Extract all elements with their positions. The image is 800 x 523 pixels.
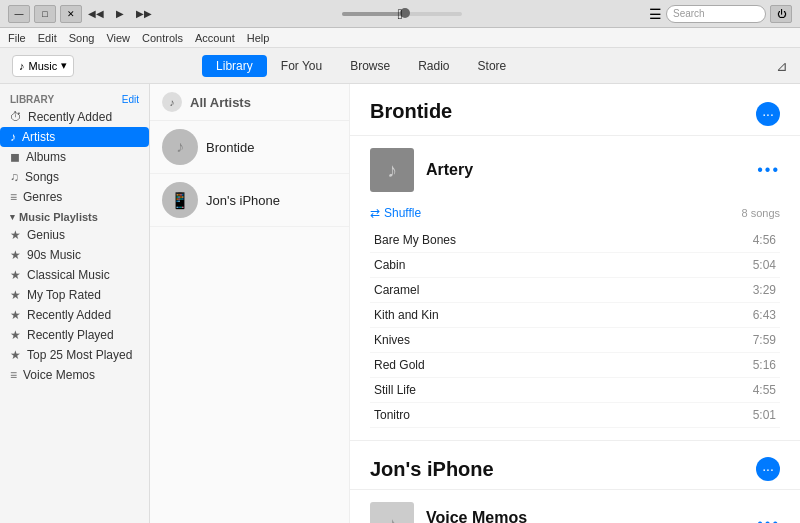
sidebar-item-top-rated[interactable]: ★ My Top Rated: [0, 285, 149, 305]
vm-name: Voice Memos: [426, 509, 745, 523]
tab-library[interactable]: Library: [202, 55, 267, 77]
library-section-header: Library Edit: [0, 90, 149, 107]
playlist-arrow-icon: ▾: [10, 212, 15, 222]
90s-music-label: 90s Music: [27, 248, 81, 262]
song-name-1: Cabin: [374, 258, 405, 272]
menu-help[interactable]: Help: [247, 32, 270, 44]
sidebar-item-voice-memos[interactable]: ≡ Voice Memos: [0, 365, 149, 385]
song-row-1[interactable]: Cabin 5:04: [370, 253, 780, 278]
menu-file[interactable]: File: [8, 32, 26, 44]
window-minimize[interactable]: —: [8, 5, 30, 23]
source-selector[interactable]: ♪ Music ▾: [12, 55, 74, 77]
sidebar-item-recently-added-pl[interactable]: ★ Recently Added: [0, 305, 149, 325]
iphone-name: Jon's iPhone: [206, 193, 280, 208]
song-row-5[interactable]: Red Gold 5:16: [370, 353, 780, 378]
edit-button[interactable]: Edit: [122, 94, 139, 105]
song-row-7[interactable]: Tonitro 5:01: [370, 403, 780, 428]
shuffle-icon: ⇄: [370, 206, 380, 220]
sidebar: Library Edit ⏱ Recently Added ♪ Artists …: [0, 84, 150, 523]
search-placeholder: Search: [673, 8, 705, 19]
artist-item-iphone[interactable]: 📱 Jon's iPhone: [150, 174, 349, 227]
source-arrow: ▾: [61, 59, 67, 72]
sidebar-item-genres[interactable]: ≡ Genres: [0, 187, 149, 207]
play-button[interactable]: ▶: [110, 4, 130, 24]
menu-bar: File Edit Song View Controls Account Hel…: [0, 28, 800, 48]
song-row-6[interactable]: Still Life 4:55: [370, 378, 780, 403]
genres-label: Genres: [23, 190, 62, 204]
song-row-4[interactable]: Knives 7:59: [370, 328, 780, 353]
next-button[interactable]: ▶▶: [134, 4, 154, 24]
music-note-icon: ♪: [19, 60, 25, 72]
search-input[interactable]: Search: [666, 5, 766, 23]
sidebar-item-songs[interactable]: ♫ Songs: [0, 167, 149, 187]
tab-browse[interactable]: Browse: [336, 55, 404, 77]
sidebar-item-recently-played[interactable]: ★ Recently Played: [0, 325, 149, 345]
album-more-button[interactable]: •••: [757, 161, 780, 179]
sidebar-item-albums[interactable]: ◼ Albums: [0, 147, 149, 167]
song-duration-1: 5:04: [753, 258, 776, 272]
airplay-icon[interactable]: ⊿: [776, 58, 788, 74]
all-artists-header[interactable]: ♪ All Artists: [150, 84, 349, 121]
genius-icon: ★: [10, 228, 21, 242]
song-duration-4: 7:59: [753, 333, 776, 347]
sidebar-item-artists[interactable]: ♪ Artists: [0, 127, 149, 147]
tab-for-you[interactable]: For You: [267, 55, 336, 77]
brontide-title: Brontide: [370, 100, 452, 123]
song-duration-5: 5:16: [753, 358, 776, 372]
sidebar-item-classical[interactable]: ★ Classical Music: [0, 265, 149, 285]
songs-icon: ♫: [10, 170, 19, 184]
voice-memos-label: Voice Memos: [23, 368, 95, 382]
tab-radio[interactable]: Radio: [404, 55, 463, 77]
tab-store[interactable]: Store: [464, 55, 521, 77]
album-name: Artery: [426, 161, 745, 179]
song-count: 8 songs: [741, 207, 780, 219]
prev-button[interactable]: ◀◀: [86, 4, 106, 24]
song-duration-2: 3:29: [753, 283, 776, 297]
vm-note-icon: ♪: [387, 513, 397, 524]
nav-tabs: Library For You Browse Radio Store: [202, 55, 520, 77]
brontide-more-button[interactable]: ···: [756, 102, 780, 126]
song-name-6: Still Life: [374, 383, 416, 397]
nav-right: ⊿: [776, 58, 788, 74]
transport-controls: ◀◀ ▶ ▶▶: [86, 4, 154, 24]
iphone-title: Jon's iPhone: [370, 458, 494, 481]
menu-account[interactable]: Account: [195, 32, 235, 44]
menu-song[interactable]: Song: [69, 32, 95, 44]
song-row-3[interactable]: Kith and Kin 6:43: [370, 303, 780, 328]
vm-more-button[interactable]: •••: [757, 515, 780, 523]
menu-view[interactable]: View: [106, 32, 130, 44]
brontide-section: Brontide ···: [350, 84, 800, 136]
window-close[interactable]: ✕: [60, 5, 82, 23]
window-maximize[interactable]: □: [34, 5, 56, 23]
iphone-more-button[interactable]: ···: [756, 457, 780, 481]
library-label: Library: [10, 94, 54, 105]
top-rated-label: My Top Rated: [27, 288, 101, 302]
brontide-name: Brontide: [206, 140, 254, 155]
song-duration-7: 5:01: [753, 408, 776, 422]
list-view-icon[interactable]: ☰: [649, 6, 662, 22]
sidebar-item-genius[interactable]: ★ Genius: [0, 225, 149, 245]
song-row-0[interactable]: Bare My Bones 4:56: [370, 228, 780, 253]
song-name-5: Red Gold: [374, 358, 425, 372]
song-row-2[interactable]: Caramel 3:29: [370, 278, 780, 303]
classical-icon: ★: [10, 268, 21, 282]
top-25-label: Top 25 Most Played: [27, 348, 132, 362]
song-name-4: Knives: [374, 333, 410, 347]
artist-item-brontide[interactable]: ♪ Brontide: [150, 121, 349, 174]
songs-label: Songs: [25, 170, 59, 184]
all-artists-label: All Artists: [190, 95, 251, 110]
song-name-2: Caramel: [374, 283, 419, 297]
power-button[interactable]: ⏻: [770, 5, 792, 23]
genius-label: Genius: [27, 228, 65, 242]
shuffle-label: Shuffle: [384, 206, 421, 220]
voice-memos-section: ♪ Voice Memos Voice Memo • 2016 ••• ⇄ Sh…: [350, 490, 800, 523]
recently-added-label: Recently Added: [28, 110, 112, 124]
sidebar-item-90s-music[interactable]: ★ 90s Music: [0, 245, 149, 265]
title-bar-right: ☰ Search ⏻: [649, 5, 792, 23]
playlists-header[interactable]: ▾ Music Playlists: [0, 207, 149, 225]
menu-edit[interactable]: Edit: [38, 32, 57, 44]
sidebar-item-top-25[interactable]: ★ Top 25 Most Played: [0, 345, 149, 365]
menu-controls[interactable]: Controls: [142, 32, 183, 44]
sidebar-item-recently-added[interactable]: ⏱ Recently Added: [0, 107, 149, 127]
shuffle-button[interactable]: ⇄ Shuffle: [370, 206, 421, 220]
